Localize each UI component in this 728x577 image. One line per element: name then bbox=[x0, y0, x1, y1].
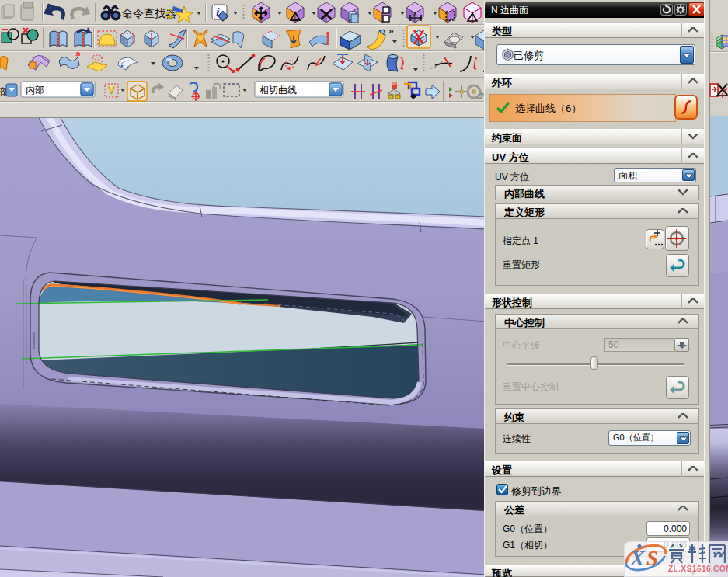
svg-text:内部: 内部 bbox=[26, 85, 44, 96]
svg-text:相切曲线: 相切曲线 bbox=[260, 85, 297, 96]
svg-text:»: » bbox=[388, 26, 394, 36]
svg-text:x: x bbox=[413, 9, 417, 17]
